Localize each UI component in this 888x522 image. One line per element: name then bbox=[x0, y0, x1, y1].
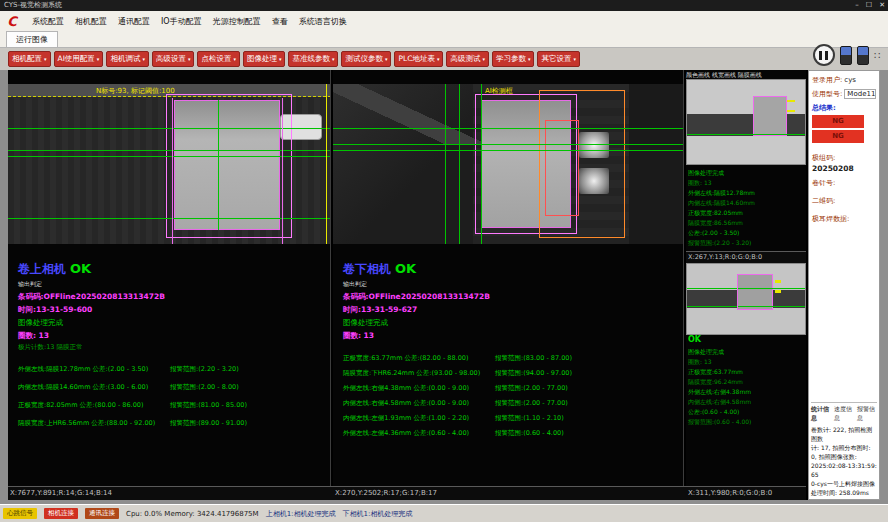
measure-value: 外侧左线:右侧4.38mm 公差:(0.00 - 9.00) bbox=[343, 384, 495, 393]
toolbar-learn-params[interactable]: 学习参数▾ bbox=[492, 51, 535, 67]
camera-image-top[interactable]: N标号:93, 标记阈值:100 bbox=[8, 84, 330, 244]
stats-tab-alarm[interactable]: 报警信息 bbox=[857, 405, 877, 423]
measurement-row: 外侧左线:隔膜12.78mm 公差:(2.00 - 3.50)报警范围:(2.2… bbox=[18, 365, 320, 374]
ruler-line bbox=[326, 84, 327, 244]
output-label: 输出判定 bbox=[343, 280, 673, 289]
weld-data-label: 极耳焊数据: bbox=[812, 214, 876, 224]
toolbar-image-process[interactable]: 图像处理▾ bbox=[243, 51, 286, 67]
roi-rect bbox=[166, 94, 292, 238]
overlay-dark-band bbox=[687, 114, 806, 136]
measurement-row: 正极宽度:63.77mm 公差:(82.00 - 88.00)报警范围:(83.… bbox=[343, 354, 673, 363]
toolbar-other-settings[interactable]: 其它设置▾ bbox=[537, 51, 580, 67]
measure-line bbox=[333, 144, 683, 145]
toolbar-baseline-params[interactable]: 基准线参数▾ bbox=[288, 51, 338, 67]
toolbar-ai-config[interactable]: AI使用配置▾ bbox=[54, 51, 104, 67]
mark-line bbox=[787, 100, 795, 102]
pause-button[interactable] bbox=[813, 44, 835, 66]
camera-image-bottom[interactable]: AI检测框 bbox=[333, 84, 683, 244]
top-chrome: C 系统配置 相机配置 通讯配置 IO手动配置 光源控制配置 查看 系统语言切换… bbox=[0, 11, 888, 48]
thumbnail-header: 颜色画线 线宽画线 隔膜画线 bbox=[686, 70, 806, 79]
measure-value: 隔膜宽度:下HR6.24mm 公差:(93.00 - 98.00) bbox=[343, 369, 495, 378]
toolbar-label: 基准线参数 bbox=[292, 54, 330, 64]
tab-run-image[interactable]: 运行图像 bbox=[6, 31, 58, 47]
comm-link-badge: 通讯连接 bbox=[85, 508, 119, 519]
stats-tab-speed[interactable]: 速度信息 bbox=[834, 405, 854, 423]
edge-line bbox=[172, 98, 173, 244]
time-text: 时间:13-31-59-600 bbox=[18, 305, 320, 315]
toolbar-spot-check[interactable]: 点检设置▾ bbox=[197, 51, 240, 67]
turns-count: 圈数: 13 bbox=[18, 331, 320, 341]
toolbar-label: 相机调试 bbox=[110, 54, 140, 64]
camera-link-badge: 相机连接 bbox=[44, 508, 78, 519]
toolbar-advanced-test[interactable]: 高级测试▾ bbox=[446, 51, 489, 67]
camera-name: 卷上相机 bbox=[18, 262, 66, 276]
menu-language-switch[interactable]: 系统语言切换 bbox=[299, 16, 347, 27]
stats-tab-statistics[interactable]: 统计信息 bbox=[811, 405, 831, 423]
stats-line: 卷数计: 222, 拍照检测图数 bbox=[811, 425, 877, 443]
app-logo-icon: C bbox=[3, 14, 21, 29]
statistics-tabs: 统计信息 速度信息 报警信息 bbox=[811, 405, 877, 423]
toolbar: 相机配置▾ AI使用配置▾ 相机调试▾ 高级设置▾ 点检设置▾ 图像处理▾ 基准… bbox=[0, 48, 888, 70]
toolbar-advanced-settings[interactable]: 高级设置▾ bbox=[152, 51, 195, 67]
chevron-down-icon: ▾ bbox=[437, 57, 440, 62]
pause-icon bbox=[825, 51, 828, 60]
turns-count: 圈数: 13 bbox=[343, 331, 673, 341]
measure-line bbox=[333, 150, 683, 151]
thumb-line: 圈数: 13 bbox=[688, 357, 804, 367]
inner-detect-rect bbox=[545, 120, 579, 216]
menu-camera-config[interactable]: 相机配置 bbox=[75, 16, 107, 27]
toolbar-test-params[interactable]: 测试仪参数▾ bbox=[341, 51, 391, 67]
needle-label: 卷针号: bbox=[812, 178, 876, 188]
menu-view[interactable]: 查看 bbox=[272, 16, 288, 27]
thumbnail-top[interactable]: 图像处理完成 圈数: 13 外侧左线:隔膜12.78mm 内侧左线:隔膜14.6… bbox=[686, 79, 806, 263]
thumb-line: 外侧左线:隔膜12.78mm bbox=[688, 188, 804, 198]
measurement-row: 隔膜宽度:上HR6.56mm 公差:(88.00 - 92.00)报警范围:(8… bbox=[18, 419, 320, 428]
alarm-range: 报警范围:(2.00 - 77.00) bbox=[495, 384, 568, 393]
chevron-down-icon: ▾ bbox=[573, 57, 576, 62]
maximize-button[interactable]: ☐ bbox=[866, 0, 872, 11]
app-window: CYS-视觉检测系统 – ☐ ✕ C 系统配置 相机配置 通讯配置 IO手动配置… bbox=[0, 0, 888, 522]
threshold-annotation: N标号:93, 标记阈值:100 bbox=[96, 86, 175, 96]
menu-light-control-config[interactable]: 光源控制配置 bbox=[213, 16, 261, 27]
titlebar: CYS-视觉检测系统 – ☐ ✕ bbox=[0, 0, 888, 11]
camera-info-bottom: 卷下相机OK 输出判定 条码码:OFFline2025020813313472B… bbox=[333, 244, 683, 438]
thumb-line: 正极宽度:63.77mm bbox=[688, 367, 804, 377]
thumbnail-image-bottom[interactable] bbox=[686, 263, 806, 335]
measurement-list: 外侧左线:隔膜12.78mm 公差:(2.00 - 3.50)报警范围:(2.2… bbox=[18, 365, 320, 428]
toolbar-camera-debug[interactable]: 相机调试▾ bbox=[106, 51, 149, 67]
overlay-part-mini bbox=[753, 96, 787, 136]
close-button[interactable]: ✕ bbox=[879, 0, 885, 11]
measure-line bbox=[333, 128, 683, 129]
camera-toggle-button[interactable] bbox=[840, 46, 852, 65]
menu-io-manual-config[interactable]: IO手动配置 bbox=[161, 16, 202, 27]
result-ok-badge: OK bbox=[395, 261, 416, 276]
thumbnail-data-top: 图像处理完成 圈数: 13 外侧左线:隔膜12.78mm 内侧左线:隔膜14.6… bbox=[686, 165, 806, 251]
barcode-text: 条码码:OFFline2025020813313472B bbox=[343, 292, 673, 302]
grid-icon[interactable]: ∷ bbox=[874, 50, 880, 61]
minimize-button[interactable]: – bbox=[855, 0, 859, 11]
display-toggle-button[interactable] bbox=[857, 46, 869, 65]
status-bar: 心跳信号 相机连接 通讯连接 Cpu: 0.0% Memory: 3424.41… bbox=[0, 504, 888, 522]
info-panel: 登录用户:cys 使用型号:Mode11 总结果: NG NG 极组码: 202… bbox=[808, 70, 880, 500]
thumb-line: 公差:(2.00 - 3.50) bbox=[688, 228, 804, 238]
toolbar-plc-address[interactable]: PLC地址表▾ bbox=[394, 51, 443, 67]
measure-line bbox=[445, 84, 446, 244]
coords-camera-top: X:7677,Y:891;R:14;G:14;B:14 bbox=[10, 487, 112, 500]
thumbnail-bottom[interactable]: OK 图像处理完成 圈数: 13 正极宽度:63.77mm 隔膜宽度:96.24… bbox=[686, 263, 806, 430]
thumbnail-column: 颜色画线 线宽画线 隔膜画线 图像处理完成 圈数: 13 外侧左线:隔膜12.7… bbox=[686, 70, 806, 486]
total-result-label: 总结果: bbox=[812, 103, 876, 113]
measure-value: 内侧左线:右侧4.58mm 公差:(0.00 - 9.00) bbox=[343, 399, 495, 408]
ai-box-annotation: AI检测框 bbox=[485, 86, 513, 96]
toolbar-label: 高级测试 bbox=[450, 54, 480, 64]
measure-value: 外侧左线:隔膜12.78mm 公差:(2.00 - 3.50) bbox=[18, 365, 170, 374]
menu-comm-config[interactable]: 通讯配置 bbox=[118, 16, 150, 27]
coords-thumbnail: X:311,Y:980;R:0;G:0;B:0 bbox=[688, 487, 772, 500]
measure-line bbox=[687, 134, 806, 135]
thumb-line: 隔膜宽度:96.24mm bbox=[688, 377, 804, 387]
camera-status: 卷上相机OK bbox=[18, 258, 320, 278]
chevron-down-icon: ▾ bbox=[44, 57, 47, 62]
thumbnail-image-top[interactable] bbox=[686, 79, 806, 165]
coords-camera-bottom: X:270,Y:2502;R:17;G:17;B:17 bbox=[335, 487, 437, 500]
menu-system-config[interactable]: 系统配置 bbox=[32, 16, 64, 27]
toolbar-camera-config[interactable]: 相机配置▾ bbox=[8, 51, 51, 67]
